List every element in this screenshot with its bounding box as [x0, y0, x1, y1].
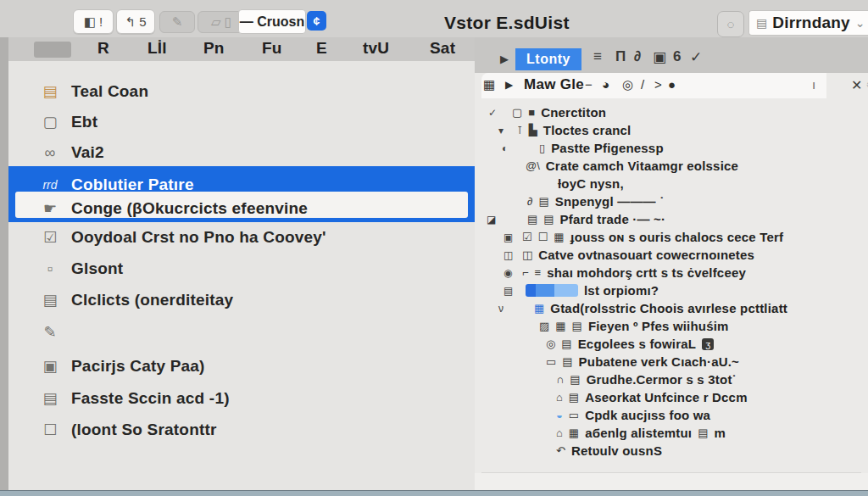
- panel-icon: ▣: [504, 231, 513, 243]
- lines-icon: ▤: [538, 195, 548, 208]
- menu-item-11[interactable]: ☐(loont So Sratonttr: [8, 416, 475, 443]
- square-icon: ▫: [39, 260, 61, 278]
- dark-flag-icon: ◪: [487, 214, 496, 226]
- blob-icon[interactable]: ●: [668, 77, 676, 92]
- menubar-item-0[interactable]: R: [97, 39, 109, 58]
- menubar-item-4[interactable]: E: [316, 39, 327, 58]
- context-menu: ▤Teal Coan▢Ebt∞Vai2rrdCoblutier Patıre☛C…: [8, 61, 476, 490]
- panel-footer: [475, 473, 868, 490]
- menu-item-0[interactable]: ▤Teal Coan: [8, 78, 475, 105]
- tree-row[interactable]: @\Crate camch Vitaamgr eolssice: [475, 157, 868, 175]
- sidebar-toggle-button[interactable]: ◧ !: [73, 9, 114, 34]
- menu-item-2[interactable]: ∞Vai2: [8, 139, 475, 166]
- blue-moon-icon: ◒: [556, 409, 563, 421]
- menubar-item-1[interactable]: Lİl: [147, 39, 167, 58]
- directory-dropdown[interactable]: ▤ Dirrndany ⌄: [748, 10, 868, 36]
- partial-icon: ∂: [527, 195, 532, 208]
- check-icon[interactable]: ✓: [690, 48, 702, 66]
- oval-icon: ◎: [546, 337, 555, 350]
- close-icon[interactable]: ✕: [851, 77, 862, 93]
- slash-icon[interactable]: /: [641, 77, 644, 92]
- tree-row[interactable]: ⌂▦aбenlg alistemtuı▤m: [475, 424, 868, 442]
- menu-item-8[interactable]: ✎: [8, 319, 475, 346]
- tree-row[interactable]: ◪▤▤Pfard trade ·— ~·: [475, 210, 868, 228]
- tree-row-label: shaı mohdorş crtt s ts ċvelfceey: [547, 265, 746, 280]
- menu-item-7[interactable]: ▤Clclicts (onerditeitay: [8, 287, 475, 314]
- menu-item-label: (loont So Sratonttr: [71, 421, 217, 439]
- half-circle-icon: ◐: [502, 142, 508, 154]
- menu-item-1[interactable]: ▢Ebt: [8, 109, 475, 136]
- undo-button[interactable]: ↰ 5: [116, 9, 155, 34]
- lines-icon: ▤: [39, 291, 61, 309]
- progress-chip: [526, 284, 578, 297]
- tree-row[interactable]: ◉⌐≡shaı mohdorş crtt s ts ċvelfceey: [475, 264, 868, 281]
- circle-button[interactable]: ◌: [717, 11, 744, 37]
- tree-row[interactable]: ◒▭Cpdk aucjıss foo wa: [475, 406, 868, 424]
- menubar-item-5[interactable]: tvU: [363, 39, 389, 58]
- chevron-down-icon: ▾: [498, 125, 504, 137]
- lines-icon: ▤: [504, 285, 513, 297]
- phone-icon: ▯: [539, 142, 545, 154]
- tab-ltonty[interactable]: Ltonty: [515, 48, 581, 70]
- tree-row-label: Retʋulv ousnS: [571, 443, 662, 458]
- tree-row[interactable]: ◎▤Ecgolees s fowiraLʒ: [475, 335, 868, 353]
- menubar-item-3[interactable]: Fu: [262, 39, 282, 58]
- tree-row[interactable]: ◐▯Pastte Pfigenessp: [475, 139, 868, 157]
- tree-row[interactable]: ⌂▤Aseorkat Unfcince r Dccm: [475, 388, 868, 406]
- tree-row[interactable]: ✓▢■Cnerctiton: [475, 103, 868, 121]
- tree-row[interactable]: ν▦Gtad(rolsstric Choois avırlese pcttlia…: [475, 299, 868, 317]
- chevron-right-icon[interactable]: >: [654, 77, 662, 92]
- tree-row[interactable]: ↶Retʋulv ousnS: [475, 442, 868, 460]
- gridsm-icon: ▦: [569, 426, 579, 439]
- tree-row-label: Pastte Pfigenessp: [551, 141, 664, 155]
- tree-row-label: Gtad(rolsstric Choois avırlese pcttliatt: [550, 301, 787, 315]
- menu-item-label: Conge (βOkucrcicts efeenvine: [71, 199, 308, 218]
- menu-item-9[interactable]: ▣Pacirjs Caty Paa): [8, 353, 475, 380]
- tree-row[interactable]: ◫◫Catve ovtnasouart cowecrnoınetes: [475, 246, 868, 264]
- menu-item-10[interactable]: ▤Fasste Sccin acd -1): [8, 385, 475, 412]
- tree-row[interactable]: ▭▤Pubatene verk Cıach·aU.~: [475, 353, 868, 371]
- tree-row[interactable]: ƚoyC nysn,: [475, 175, 868, 192]
- menubar-item-2[interactable]: Pn: [203, 39, 225, 58]
- play-icon[interactable]: ▶: [500, 53, 509, 65]
- menu-icon[interactable]: ≡: [593, 48, 602, 65]
- crusn-field[interactable]: — Cruosn: [238, 9, 306, 34]
- lines-icon: ▤: [561, 337, 571, 350]
- pencil-button[interactable]: ✎: [159, 11, 195, 33]
- record-icon[interactable]: ◎: [622, 77, 633, 92]
- menu-item-6[interactable]: ▫Glsont: [8, 255, 475, 282]
- globe-icon[interactable]: ◕: [602, 77, 609, 92]
- tree-row-label: Tloctes crancl: [543, 123, 632, 137]
- menu-item-4[interactable]: ☛Conge (βOkucrcicts efeenvine: [8, 195, 475, 222]
- checkbox-icon: ☑: [39, 228, 61, 247]
- undo-icon: ↶: [556, 444, 565, 457]
- tree-row[interactable]: ▤lst orpiomı?: [475, 281, 868, 299]
- window-title: Vstor E.sdUist: [444, 13, 570, 33]
- menu-item-5[interactable]: ☑Ooydoal Crst no Pno ha Coovey': [8, 224, 475, 251]
- partial-icon[interactable]: ∂: [634, 48, 641, 65]
- grid-icon[interactable]: ▦: [483, 77, 495, 92]
- dot-icon: ◉: [504, 267, 512, 279]
- home-icon: ⌂: [556, 426, 563, 439]
- tree-row[interactable]: ∂▤Snpenygl ——— ˙: [475, 192, 868, 210]
- chevron-down-icon: ⌄: [855, 16, 865, 30]
- lines-icon: ▤: [569, 391, 579, 404]
- six-icon[interactable]: 6: [673, 48, 681, 65]
- tree-row[interactable]: ▾⊺▙Tloctes crancl: [475, 121, 868, 139]
- cursor-tick: ı: [812, 77, 815, 92]
- play-icon[interactable]: ▶: [505, 79, 513, 91]
- tree-row[interactable]: ∩▤Grudhe.Cermor s s 3tot˙: [475, 371, 868, 388]
- nu-icon: ν: [498, 303, 504, 315]
- window-left-edge: [0, 37, 8, 496]
- solid-square-icon: ■: [528, 106, 535, 119]
- rows-icon: ▭: [569, 409, 579, 421]
- menubar-item-6[interactable]: Sat: [430, 39, 455, 58]
- menu-item-label: Teal Coan: [71, 82, 148, 101]
- crusn-badge-button[interactable]: ¢: [307, 11, 326, 31]
- menu-icon: ≡: [535, 266, 542, 279]
- pi-icon[interactable]: Π: [615, 48, 626, 65]
- boxed-e-icon[interactable]: ▣: [653, 48, 666, 66]
- lines-icon: ▤: [562, 355, 572, 368]
- tree-row[interactable]: ▣☑☐▦ɟouss ᴏɴ s ouris chalocs cece Terf: [475, 228, 868, 246]
- tree-row[interactable]: ▨▦▤Fieyen º Pfes wiihuśim: [475, 317, 868, 335]
